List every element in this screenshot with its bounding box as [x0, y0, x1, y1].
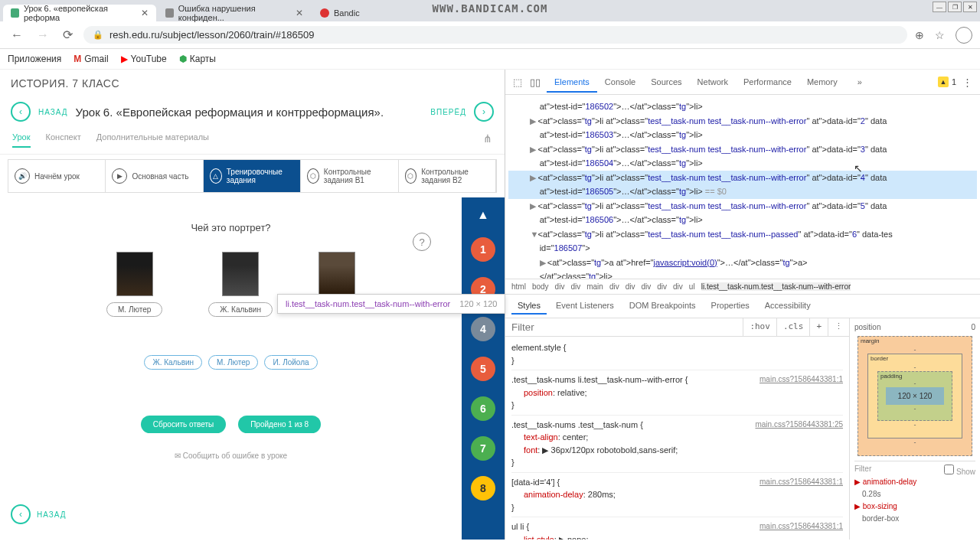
styles-filter-input[interactable] — [505, 318, 743, 336]
portrait-image[interactable] — [318, 252, 355, 296]
apps-label[interactable]: Приложения — [8, 54, 61, 64]
progress-button[interactable]: Пройдено 1 из 8 — [238, 416, 321, 433]
crumb-item[interactable]: div — [555, 282, 565, 291]
report-error-link[interactable]: ✉ Сообщить об ошибке в уроке — [15, 452, 446, 460]
task-num-▲[interactable]: ▲ — [477, 208, 489, 222]
dom-line[interactable]: at">test-id="186504">…</at">class="tg">l… — [508, 156, 977, 171]
portrait-image[interactable] — [116, 252, 153, 296]
nav-test-b2[interactable]: ⬡Контрольные задания B2 — [399, 160, 496, 192]
bookmark-youtube[interactable]: ▶YouTube — [121, 54, 167, 64]
box-model[interactable]: margin- border- padding- 120 × 120 - - - — [858, 336, 972, 456]
devtools-tab-network[interactable]: Network — [690, 73, 736, 91]
task-num-5[interactable]: 5 — [471, 357, 495, 381]
dom-line[interactable]: ▼<at">class="tg">li at">class="test__tas… — [508, 227, 977, 242]
search-icon[interactable]: ⊕ — [915, 29, 924, 41]
css-rules[interactable]: element.style {}main.css?1586443381:1.te… — [505, 337, 849, 540]
crumb-item[interactable]: div — [626, 282, 635, 291]
crumb-item[interactable]: div — [641, 282, 651, 291]
computed-filter[interactable]: Filter — [854, 465, 871, 476]
crumb-item[interactable]: div — [609, 282, 619, 291]
bookmark-gmail[interactable]: MGmail — [74, 54, 108, 64]
portrait-label[interactable]: Ж. Кальвин — [208, 302, 273, 317]
next-lesson-button[interactable]: › — [474, 102, 494, 122]
crumb-item[interactable]: div — [673, 282, 683, 291]
nav-training[interactable]: △Тренировочные задания — [204, 160, 301, 192]
devtools-tab-performance[interactable]: Performance — [736, 73, 799, 91]
browser-tab-2[interactable]: Bandic — [312, 5, 368, 21]
style-tab[interactable]: Accessibility — [759, 298, 817, 315]
computed-list[interactable]: ▶ animation-delay0.28s▶ box-sizingborder… — [854, 476, 975, 525]
crumb-item[interactable]: main — [586, 282, 603, 291]
dom-breadcrumb[interactable]: htmlbodydivdivmaindivdivdivdivdivulli.te… — [505, 279, 980, 295]
dom-line[interactable]: ▶<at">class="tg">a at">href="javascript:… — [508, 256, 977, 270]
chip[interactable]: М. Лютер — [208, 355, 258, 370]
dom-line[interactable]: at">test-id="186503">…</at">class="tg">l… — [508, 128, 977, 142]
profile-icon[interactable] — [956, 27, 972, 44]
device-icon[interactable]: ▯▯ — [528, 75, 542, 90]
maximize-button[interactable]: ❐ — [948, 2, 962, 12]
crumb-item[interactable]: div — [570, 282, 580, 291]
dom-line[interactable]: at">test-id="186505">…</at">class="tg">l… — [508, 184, 977, 199]
subtab-notes[interactable]: Конспект — [46, 132, 81, 148]
task-num-1[interactable]: 1 — [471, 237, 495, 262]
portrait-label[interactable]: М. Лютер — [106, 302, 162, 317]
style-tab[interactable]: Properties — [705, 298, 756, 315]
reset-button[interactable]: Сбросить ответы — [141, 416, 226, 433]
dom-line[interactable]: id="186507"> — [508, 241, 977, 256]
styles-menu[interactable]: ⋮ — [828, 318, 849, 336]
share-icon[interactable]: ⋔ — [483, 132, 492, 148]
cls-toggle[interactable]: .cls — [776, 318, 810, 336]
dom-line[interactable]: ▶<at">class="tg">li at">class="test__tas… — [508, 114, 977, 129]
dom-line[interactable]: </at">class="tg">li> — [508, 269, 977, 279]
reload-button[interactable]: ⟳ — [60, 26, 76, 44]
url-input[interactable]: 🔒 resh.edu.ru/subject/lesson/2060/train/… — [83, 26, 907, 44]
tab-close-icon[interactable]: ✕ — [141, 8, 149, 18]
task-num-4[interactable]: 4 — [471, 317, 495, 341]
style-tab[interactable]: Styles — [511, 298, 547, 315]
back-button[interactable]: ← — [8, 27, 26, 44]
devtools-tab-console[interactable]: Console — [597, 73, 643, 91]
dom-line[interactable]: ▶<at">class="tg">li at">class="test__tas… — [508, 171, 977, 185]
portrait-image[interactable] — [222, 252, 259, 296]
minimize-button[interactable]: — — [933, 2, 946, 12]
back-circle-button[interactable]: ‹ — [11, 504, 31, 524]
browser-tab-1[interactable]: Ошибка нарушения конфиден... ✕ — [158, 5, 311, 21]
devtools-tab-memory[interactable]: Memory — [799, 73, 845, 91]
add-rule-button[interactable]: + — [809, 318, 828, 336]
style-tab[interactable]: DOM Breakpoints — [623, 298, 702, 315]
bookmark-maps[interactable]: ⬢Карты — [179, 54, 216, 64]
devtools-menu[interactable]: ⋮ — [961, 75, 974, 90]
warnings[interactable]: ▲1 — [938, 77, 956, 87]
star-icon[interactable]: ☆ — [935, 29, 945, 41]
dom-line[interactable]: ▶<at">class="tg">li at">class="test__tas… — [508, 142, 977, 157]
devtools-tab-sources[interactable]: Sources — [643, 73, 689, 91]
dom-tree[interactable]: ↖ at">test-id="186502">…</at">class="tg"… — [505, 95, 980, 279]
crumb-item[interactable]: html — [511, 282, 526, 291]
nav-main[interactable]: ▶Основная часть — [106, 160, 203, 192]
close-button[interactable]: ✕ — [963, 2, 977, 12]
browser-tab-0[interactable]: Урок 6. «европейская реформа ✕ — [3, 5, 156, 21]
hov-toggle[interactable]: :hov — [743, 318, 776, 336]
chip[interactable]: И. Лойола — [264, 355, 317, 370]
more-tabs[interactable]: » — [850, 73, 870, 91]
task-num-8[interactable]: 8 — [471, 476, 495, 500]
style-tab[interactable]: Event Listeners — [550, 298, 620, 315]
task-num-7[interactable]: 7 — [471, 436, 495, 461]
dom-line[interactable]: at">test-id="186506">…</at">class="tg">l… — [508, 213, 977, 227]
subtab-extra[interactable]: Дополнительные материалы — [96, 132, 209, 148]
help-button[interactable]: ? — [413, 233, 431, 251]
crumb-item[interactable]: li.test__task-num.test__task-num--with-e… — [701, 282, 851, 291]
crumb-item[interactable]: div — [657, 282, 667, 291]
nav-test-b1[interactable]: ⬡Контрольные задания B1 — [301, 160, 398, 192]
tab-close-icon[interactable]: ✕ — [296, 8, 303, 18]
devtools-tab-elements[interactable]: Elements — [547, 73, 597, 93]
dom-line[interactable]: ▶<at">class="tg">li at">class="test__tas… — [508, 199, 977, 214]
crumb-item[interactable]: ul — [689, 282, 695, 291]
dom-line[interactable]: at">test-id="186502">…</at">class="tg">l… — [508, 99, 977, 114]
nav-start[interactable]: 🔊Начнём урок — [8, 160, 106, 192]
subtab-lesson[interactable]: Урок — [12, 132, 31, 148]
show-all-checkbox[interactable] — [944, 465, 954, 474]
chip[interactable]: Ж. Кальвин — [144, 355, 202, 370]
forward-button[interactable]: → — [34, 27, 52, 44]
task-num-6[interactable]: 6 — [471, 396, 495, 421]
